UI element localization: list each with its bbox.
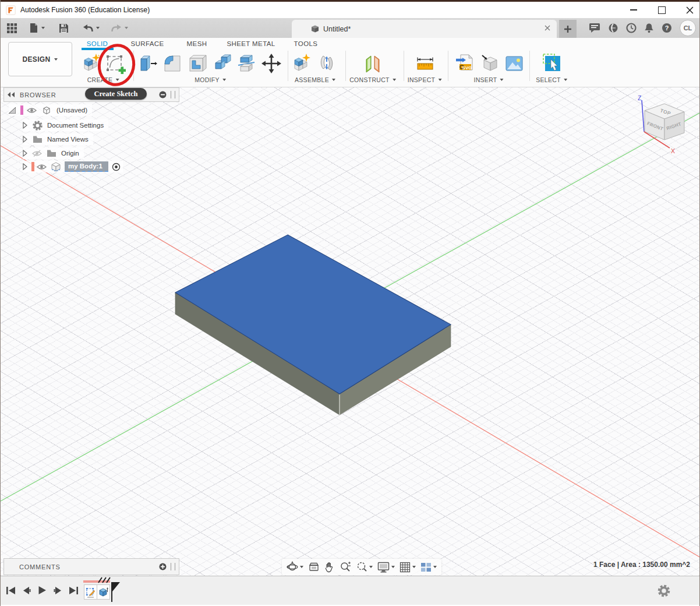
expand-arrow-icon[interactable] xyxy=(23,163,27,170)
timeline-skip-start-button[interactable] xyxy=(5,584,16,597)
look-at-icon[interactable] xyxy=(308,562,320,572)
insert-svg-icon[interactable]: SVG xyxy=(454,52,476,75)
add-panel-icon[interactable] xyxy=(159,563,167,570)
insert-mesh-icon[interactable] xyxy=(479,52,501,75)
grid-snap-button[interactable] xyxy=(400,562,416,573)
assemble-new-component-icon[interactable] xyxy=(291,52,313,75)
named-views-label[interactable]: Named Views xyxy=(47,136,89,143)
help-icon[interactable]: ? xyxy=(662,23,672,33)
tab-surface[interactable]: SURFACE xyxy=(128,39,166,48)
file-icon xyxy=(29,23,38,33)
settings-gear-icon[interactable] xyxy=(657,584,670,597)
remove-panel-icon[interactable] xyxy=(159,91,167,98)
group-assemble[interactable]: ASSEMBLE xyxy=(295,76,335,83)
offset-face-icon[interactable] xyxy=(235,52,257,75)
visibility-eye-icon[interactable] xyxy=(37,164,47,170)
timeline-play-button[interactable] xyxy=(37,584,48,597)
viewports-icon xyxy=(420,562,432,572)
zoom-icon[interactable] xyxy=(340,561,351,573)
maximize-button[interactable] xyxy=(656,5,667,15)
construct-plane-icon[interactable] xyxy=(362,52,384,75)
select-icon[interactable] xyxy=(540,52,563,75)
panel-grip-handle[interactable] xyxy=(171,563,175,570)
collapse-panel-icon[interactable] xyxy=(8,92,15,97)
minimize-icon xyxy=(630,9,637,10)
timeline-step-forward-button[interactable] xyxy=(52,584,63,597)
undo-button[interactable] xyxy=(82,23,101,34)
app-grid-button[interactable] xyxy=(5,22,19,35)
orbit-button[interactable] xyxy=(287,561,303,573)
activate-component-radio-icon[interactable] xyxy=(112,163,121,171)
body-colorbar xyxy=(31,162,34,171)
combine-icon[interactable] xyxy=(211,52,233,75)
canvas-image-icon[interactable] xyxy=(503,52,525,75)
comments-panel-header[interactable]: COMMENTS xyxy=(3,558,179,575)
group-modify[interactable]: MODIFY xyxy=(195,76,226,83)
network-status-icon[interactable] xyxy=(608,23,618,33)
shell-icon[interactable] xyxy=(186,52,208,75)
ribbon-separator xyxy=(345,51,346,81)
caret-down-icon xyxy=(222,79,226,81)
tab-close-icon[interactable] xyxy=(544,24,551,31)
timeline-sketch-feature[interactable] xyxy=(84,584,97,600)
document-name[interactable]: (Unsaved) xyxy=(56,107,87,114)
job-status-clock-icon[interactable] xyxy=(626,23,637,33)
tab-mesh[interactable]: MESH xyxy=(185,39,210,48)
press-pull-icon[interactable] xyxy=(136,52,158,75)
new-tab-button[interactable] xyxy=(559,20,577,38)
tab-sheet-metal[interactable]: SHEET METAL xyxy=(224,39,277,48)
document-icon xyxy=(42,105,52,115)
comments-icon[interactable] xyxy=(589,23,600,33)
move-copy-icon[interactable] xyxy=(260,52,282,75)
redo-button[interactable] xyxy=(110,23,129,34)
body-name-selected[interactable]: my Body:1 xyxy=(65,161,108,172)
timeline-skip-end-button[interactable] xyxy=(68,584,79,597)
display-settings-button[interactable] xyxy=(377,562,395,573)
fit-button[interactable] xyxy=(356,561,373,573)
visibility-off-eye-icon[interactable] xyxy=(32,150,42,157)
browser-row-named-views[interactable]: Named Views xyxy=(23,133,93,145)
pan-hand-icon[interactable] xyxy=(324,562,335,573)
caret-down-icon xyxy=(412,566,416,568)
browser-row-document-settings[interactable]: Document Settings xyxy=(23,119,108,131)
view-cube[interactable]: ​ Z X TOP FRONT RIGHT xyxy=(632,92,691,161)
timeline-step-back-button[interactable] xyxy=(21,584,32,597)
browser-row-body[interactable]: my Body:1 xyxy=(23,161,123,172)
expand-arrow-icon[interactable] xyxy=(23,136,27,143)
viewports-button[interactable] xyxy=(420,562,437,572)
account-avatar[interactable]: CL xyxy=(680,20,696,36)
extrude-feature-icon xyxy=(98,587,108,597)
notifications-bell-icon[interactable] xyxy=(644,23,654,33)
caret-down-icon xyxy=(433,566,437,568)
browser-row-origin[interactable]: Origin xyxy=(23,147,84,159)
close-button[interactable] xyxy=(684,5,695,15)
group-construct[interactable]: CONSTRUCT xyxy=(349,76,396,83)
group-insert[interactable]: INSERT xyxy=(473,76,503,83)
caret-down-icon xyxy=(96,27,100,29)
viewport-3d[interactable]: ​ Z X TOP FRONT RIGHT BROWSER xyxy=(1,87,699,576)
panel-grip-handle[interactable] xyxy=(171,91,175,98)
visibility-eye-icon[interactable] xyxy=(27,107,37,114)
group-inspect[interactable]: INSPECT xyxy=(408,76,442,83)
expand-arrow-icon[interactable] xyxy=(23,150,27,157)
browser-row-document[interactable]: (Unsaved) xyxy=(9,104,92,116)
timeline-marker-flag[interactable] xyxy=(112,582,120,591)
group-select[interactable]: SELECT xyxy=(536,76,567,83)
measure-icon[interactable] xyxy=(414,52,436,75)
document-settings-label[interactable]: Document Settings xyxy=(47,122,104,129)
joint-icon[interactable] xyxy=(316,52,338,75)
origin-label[interactable]: Origin xyxy=(61,150,79,157)
minimize-button[interactable] xyxy=(628,5,639,15)
save-button[interactable] xyxy=(58,22,70,34)
timeline-bar xyxy=(1,576,699,605)
expanded-arrow-icon[interactable] xyxy=(9,107,16,114)
document-tab[interactable]: Untitled* xyxy=(292,20,557,38)
workspace-selector[interactable]: DESIGN xyxy=(8,42,72,76)
body-my-body-1[interactable] xyxy=(175,235,451,415)
ribbon-toolbar: DESIGN SOLID SURFACE MESH SHEET METAL TO… xyxy=(1,38,699,87)
expand-arrow-icon[interactable] xyxy=(23,122,27,129)
tab-tools[interactable]: TOOLS xyxy=(292,39,320,48)
file-menu-button[interactable] xyxy=(28,22,46,34)
timeline-extrude-feature[interactable] xyxy=(97,584,110,600)
fillet-icon[interactable] xyxy=(161,52,183,75)
